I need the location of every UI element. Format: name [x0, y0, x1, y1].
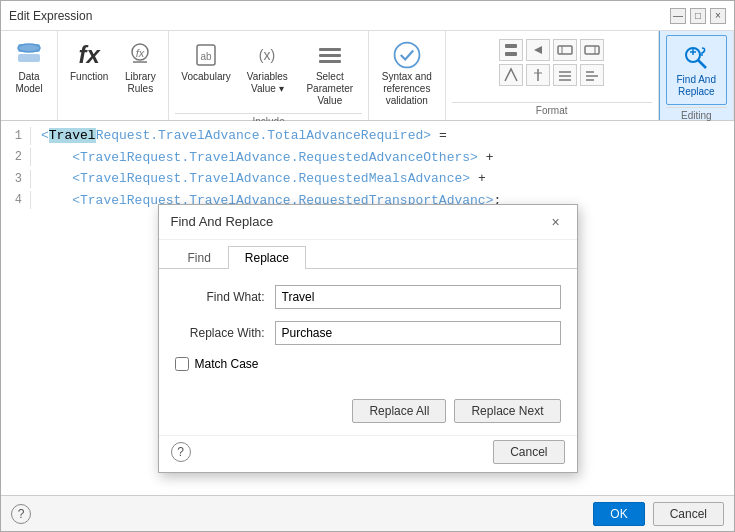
svg-rect-17: [585, 46, 599, 54]
ribbon-format-items: [495, 35, 608, 100]
help-icon[interactable]: ?: [11, 504, 31, 524]
line-number-4: 4: [1, 191, 31, 209]
ribbon-group-editing: Find AndReplace Editing: [659, 31, 734, 120]
replace-with-input[interactable]: [275, 321, 561, 345]
find-what-label: Find What:: [175, 290, 275, 304]
tab-replace[interactable]: Replace: [228, 246, 306, 269]
svg-rect-9: [319, 48, 341, 51]
variables-button[interactable]: (x) VariablesValue ▾: [241, 35, 294, 99]
data-model-label: DataModel: [15, 71, 42, 95]
dialog-close-button[interactable]: ×: [547, 213, 565, 231]
ok-button[interactable]: OK: [593, 502, 644, 526]
title-bar: Edit Expression — □ ×: [1, 1, 734, 31]
match-case-checkbox[interactable]: [175, 357, 189, 371]
ribbon-syntax-items: Syntax and referencesvalidation: [375, 35, 439, 116]
format-btn-3[interactable]: [553, 39, 577, 61]
dialog-action-buttons: Replace All Replace Next: [159, 391, 577, 435]
main-window: Edit Expression — □ × DataModel: [0, 0, 735, 532]
match-case-row: Match Case: [175, 357, 561, 371]
format-btn-4[interactable]: [580, 39, 604, 61]
format-btn-6[interactable]: [526, 64, 550, 86]
dialog-title-bar: Find And Replace ×: [159, 205, 577, 240]
line-number-1: 1: [1, 127, 31, 145]
data-model-icon: [13, 39, 45, 71]
line-number-2: 2: [1, 148, 31, 166]
editor-area: 1 <TravelRequest.TravelAdvance.TotalAdva…: [1, 121, 734, 495]
replace-all-button[interactable]: Replace All: [352, 399, 446, 423]
window-controls: — □ ×: [670, 8, 726, 24]
bottom-bar: ? OK Cancel: [1, 495, 734, 531]
select-parameter-button[interactable]: Select ParameterValue: [298, 35, 362, 111]
function-label: Function: [70, 71, 108, 83]
find-replace-icon: [680, 42, 712, 74]
svg-rect-14: [505, 52, 517, 56]
format-btn-7[interactable]: [553, 64, 577, 86]
svg-rect-15: [558, 46, 572, 54]
function-button[interactable]: fx Function: [64, 35, 114, 87]
window-title: Edit Expression: [9, 9, 92, 23]
code-line-2: 2 <TravelRequest.TravelAdvance.Requested…: [1, 147, 734, 169]
ribbon-group-data-model: DataModel: [1, 31, 58, 120]
close-button[interactable]: ×: [710, 8, 726, 24]
svg-rect-1: [18, 54, 40, 62]
format-btn-1[interactable]: [499, 39, 523, 61]
ribbon-include-items: ab Vocabulary (x) VariablesValue ▾: [175, 35, 361, 111]
format-group-label: Format: [452, 102, 652, 116]
replace-with-row: Replace With:: [175, 321, 561, 345]
ribbon-group-syntax: Syntax and referencesvalidation: [369, 31, 446, 120]
code-line-1: 1 <TravelRequest.TravelAdvance.TotalAdva…: [1, 125, 734, 147]
svg-rect-11: [319, 60, 341, 63]
vocabulary-label: Vocabulary: [181, 71, 230, 83]
select-parameter-label: Select ParameterValue: [304, 71, 356, 107]
find-replace-button[interactable]: Find AndReplace: [666, 35, 727, 105]
svg-line-28: [698, 60, 706, 68]
line-content-1: <TravelRequest.TravelAdvance.TotalAdvanc…: [31, 126, 447, 146]
ribbon-editing-items: Find AndReplace: [666, 35, 727, 105]
svg-text:(x): (x): [259, 47, 275, 63]
line-content-2: <TravelRequest.TravelAdvance.RequestedAd…: [31, 148, 493, 168]
ribbon-group-items: DataModel: [7, 35, 51, 116]
ribbon-group-format: Format: [446, 31, 659, 120]
cancel-button[interactable]: Cancel: [493, 440, 564, 464]
data-model-button[interactable]: DataModel: [7, 35, 51, 99]
line-number-3: 3: [1, 170, 31, 188]
dialog-help-icon[interactable]: ?: [171, 442, 191, 462]
select-parameter-icon: [314, 39, 346, 71]
main-cancel-button[interactable]: Cancel: [653, 502, 724, 526]
dialog-body: Find What: Replace With: Match Case: [159, 269, 577, 391]
line-content-3: <TravelRequest.TravelAdvance.RequestedMe…: [31, 169, 486, 189]
ribbon-group-include: ab Vocabulary (x) VariablesValue ▾: [169, 31, 368, 120]
code-line-3: 3 <TravelRequest.TravelAdvance.Requested…: [1, 168, 734, 190]
syntax-validation-button[interactable]: Syntax and referencesvalidation: [375, 35, 439, 111]
svg-point-12: [394, 43, 419, 68]
format-btn-5[interactable]: [499, 64, 523, 86]
variables-icon: (x): [251, 39, 283, 71]
syntax-validation-icon: [391, 39, 423, 71]
ribbon: DataModel fx Function fx: [1, 31, 734, 121]
find-replace-label: Find AndReplace: [677, 74, 716, 98]
syntax-validation-label: Syntax and referencesvalidation: [381, 71, 433, 107]
library-rules-button[interactable]: fx LibraryRules: [118, 35, 162, 99]
replace-with-label: Replace With:: [175, 326, 275, 340]
format-btn-8[interactable]: [580, 64, 604, 86]
function-icon: fx: [73, 39, 105, 71]
vocabulary-button[interactable]: ab Vocabulary: [175, 35, 236, 87]
find-what-input[interactable]: [275, 285, 561, 309]
svg-rect-13: [505, 44, 517, 48]
dialog-title: Find And Replace: [171, 214, 274, 229]
dialog-footer: ? Cancel: [159, 435, 577, 472]
editor-container: 1 <TravelRequest.TravelAdvance.TotalAdva…: [1, 121, 734, 495]
library-rules-label: LibraryRules: [125, 71, 156, 95]
library-rules-icon: fx: [124, 39, 156, 71]
dialog-tabs: Find Replace: [159, 240, 577, 269]
restore-button[interactable]: □: [690, 8, 706, 24]
editing-group-label: Editing: [666, 107, 727, 121]
replace-next-button[interactable]: Replace Next: [454, 399, 560, 423]
vocabulary-icon: ab: [190, 39, 222, 71]
svg-text:fx: fx: [136, 47, 145, 59]
ribbon-function-items: fx Function fx LibraryRules: [64, 35, 162, 116]
format-btn-2[interactable]: [526, 39, 550, 61]
find-what-row: Find What:: [175, 285, 561, 309]
minimize-button[interactable]: —: [670, 8, 686, 24]
tab-find[interactable]: Find: [171, 246, 228, 269]
